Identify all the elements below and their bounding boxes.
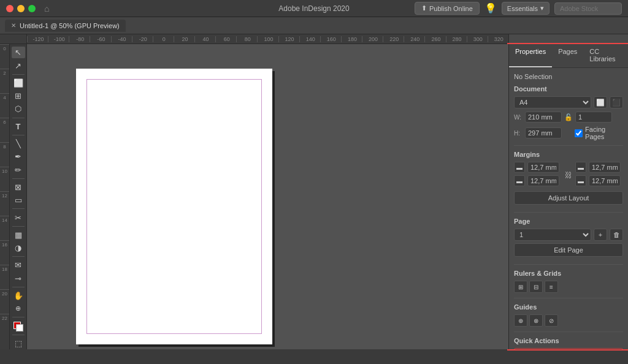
margin-guides — [86, 79, 262, 334]
page-tool[interactable]: ⬜ — [12, 77, 25, 89]
width-input[interactable] — [525, 112, 562, 123]
tool-separator-6 — [12, 226, 25, 227]
width-label: W: — [514, 114, 523, 121]
delete-page-btn[interactable]: 🗑 — [610, 229, 623, 241]
tool-separator-9 — [12, 317, 25, 317]
no-selection-label: No Selection — [514, 73, 623, 80]
ruler-top: -120 -100 -80 -60 -40 -20 0 20 40 60 80 … — [27, 34, 508, 44]
document-canvas — [76, 69, 272, 344]
publish-online-button[interactable]: ⬆ Publish Online — [415, 2, 480, 15]
page-select[interactable]: 1 — [514, 229, 591, 241]
tab-properties[interactable]: Properties — [509, 44, 552, 67]
pages-input[interactable] — [575, 112, 612, 123]
grid-icon[interactable]: ⊟ — [529, 281, 543, 293]
right-panel: Properties Pages CC Libraries No Selecti… — [508, 44, 628, 349]
facing-pages-checkbox[interactable] — [575, 129, 583, 137]
rulers-grids-title: Rulers & Grids — [514, 270, 623, 277]
height-label: H: — [514, 130, 523, 137]
scissors-tool[interactable]: ✂ — [12, 211, 25, 223]
margin-right-icon: ▬ — [575, 175, 586, 186]
tab-cc-libraries[interactable]: CC Libraries — [583, 44, 628, 67]
gap-tool[interactable]: ⊞ — [12, 90, 25, 102]
fill-color-swatch[interactable] — [12, 320, 25, 332]
note-tool[interactable]: ✉ — [12, 259, 25, 271]
line-tool[interactable]: ╲ — [12, 138, 25, 150]
add-page-btn[interactable]: + — [594, 229, 607, 241]
margin-top-icon: ▬ — [514, 162, 525, 173]
selection-tool[interactable]: ↖ — [12, 47, 25, 58]
ruler-corner — [0, 34, 27, 44]
portrait-btn[interactable]: ⬜ — [594, 96, 607, 108]
left-toolbar: ↖ ↗ ⬜ ⊞ ⬡ T ╲ ✒ ✏ ⊠ ▭ ✂ ▦ ◑ — [10, 44, 27, 349]
minimize-button[interactable] — [17, 5, 25, 12]
tab-bar: ✕ Untitled-1 @ 50% (GPU Preview) — [0, 17, 628, 34]
margin-top-row: ▬ ▬ — [514, 162, 562, 189]
margin-bottom-input[interactable] — [527, 175, 559, 186]
facing-pages-label: Facing Pages — [585, 126, 623, 140]
margin-right-side: ▬ ▬ — [575, 162, 623, 189]
zoom-tool[interactable]: ⊕ — [12, 303, 25, 314]
edit-page-button[interactable]: Edit Page — [514, 243, 623, 257]
rulers-icon[interactable]: ⊞ — [514, 281, 527, 293]
chain-link-icon[interactable]: ⛓ — [564, 171, 573, 180]
guides-section-title: Guides — [514, 303, 623, 311]
baseline-grid-icon[interactable]: ≡ — [545, 281, 558, 293]
tool-separator-4 — [12, 178, 25, 179]
smart-guides-icon[interactable]: ⊕ — [514, 314, 527, 327]
canvas-area[interactable] — [27, 44, 508, 349]
essentials-button[interactable]: Essentials ▾ — [502, 2, 550, 15]
divider-4 — [514, 298, 623, 298]
title-bar: ⌂ Adobe InDesign 2020 ⬆ Publish Online 💡… — [0, 0, 628, 17]
direct-selection-tool[interactable]: ↗ — [12, 59, 25, 71]
landscape-btn[interactable]: ⬛ — [610, 96, 623, 108]
rectangle-tool[interactable]: ▭ — [12, 194, 25, 206]
rectangle-frame-tool[interactable]: ⊠ — [12, 181, 25, 193]
left-side: 0 2 4 6 8 10 12 14 16 18 20 22 ↖ ↗ ⬜ ⊞ ⬡ — [0, 44, 27, 349]
import-file-button[interactable]: Import File — [514, 348, 623, 349]
document-page[interactable] — [76, 69, 272, 344]
window-controls: ⌂ — [6, 4, 49, 13]
tab-close-icon[interactable]: ✕ — [11, 22, 16, 29]
facing-pages-row: Facing Pages — [575, 126, 623, 140]
margin-right-input[interactable] — [589, 175, 621, 186]
pen-tool[interactable]: ✒ — [12, 151, 25, 162]
tool-separator-1 — [12, 74, 25, 75]
page-section-title: Page — [514, 218, 623, 225]
page-size-select[interactable]: A4 — [514, 96, 591, 108]
divider-5 — [514, 332, 623, 332]
home-icon[interactable]: ⌂ — [44, 4, 49, 13]
title-bar-actions: ⬆ Publish Online 💡 Essentials ▾ — [415, 2, 622, 15]
chevron-down-icon: ▾ — [540, 4, 544, 12]
publish-icon: ⬆ — [421, 4, 427, 12]
tab-pages[interactable]: Pages — [552, 44, 583, 67]
divider-2 — [514, 212, 623, 213]
lightbulb-icon[interactable]: 💡 — [484, 2, 497, 14]
pencil-tool[interactable]: ✏ — [12, 164, 25, 176]
guide-settings-icon[interactable]: ⊘ — [545, 314, 558, 327]
height-input[interactable] — [525, 127, 562, 138]
search-input[interactable] — [554, 2, 622, 15]
rulers-grids-icons: ⊞ ⊟ ≡ — [514, 281, 623, 293]
eyedropper-tool[interactable]: ⊸ — [12, 273, 25, 284]
guide-grid-icon[interactable]: ⊗ — [529, 314, 543, 327]
gradient-swatch-tool[interactable]: ▦ — [12, 229, 25, 241]
gradient-feather-tool[interactable]: ◑ — [12, 242, 25, 254]
mode-toggle[interactable]: ⬚ — [12, 338, 25, 349]
adjust-layout-button[interactable]: Adjust Layout — [514, 191, 623, 205]
page-lock-icon[interactable]: 🔓 — [564, 111, 573, 123]
margin-top-input[interactable] — [527, 162, 559, 173]
margin-left-input[interactable] — [589, 162, 621, 173]
content-collector-tool[interactable]: ⬡ — [12, 103, 25, 115]
fullscreen-button[interactable] — [28, 5, 36, 12]
panel-body: No Selection Document A4 ⬜ ⬛ W: 🔓 — [509, 68, 628, 349]
width-row: W: 🔓 — [514, 111, 623, 123]
tool-separator-10 — [12, 335, 25, 335]
tool-separator-2 — [12, 118, 25, 118]
hand-tool[interactable]: ✋ — [12, 290, 25, 301]
main-area: 0 2 4 6 8 10 12 14 16 18 20 22 ↖ ↗ ⬜ ⊞ ⬡ — [0, 44, 628, 349]
close-button[interactable] — [6, 5, 13, 12]
tool-separator-5 — [12, 208, 25, 209]
document-tab[interactable]: ✕ Untitled-1 @ 50% (GPU Preview) — [5, 20, 126, 32]
type-tool[interactable]: T — [12, 121, 25, 132]
app-title: Adobe InDesign 2020 — [278, 4, 349, 13]
